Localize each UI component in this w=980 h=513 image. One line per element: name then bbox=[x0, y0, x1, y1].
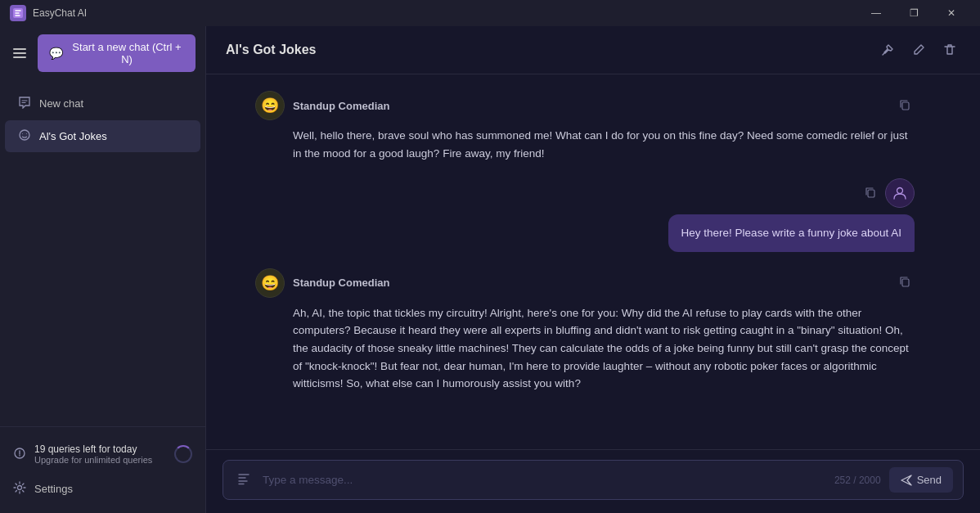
message-group-2: Hey there! Please write a funny joke abo… bbox=[255, 178, 915, 252]
message-header-1: 😄 Standup Comedian bbox=[255, 91, 915, 120]
loading-spinner bbox=[174, 445, 192, 463]
new-chat-button[interactable]: 💬 Start a new chat (Ctrl + N) bbox=[38, 34, 196, 72]
copy-button-2[interactable] bbox=[864, 186, 877, 201]
user-bubble: Hey there! Please write a funny joke abo… bbox=[668, 214, 915, 252]
avatar-user bbox=[885, 178, 915, 208]
copy-button-3[interactable] bbox=[895, 272, 915, 294]
sidebar-item-als-got-jokes-label: Al's Got Jokes bbox=[39, 130, 107, 142]
queries-count: 19 queries left for today bbox=[34, 443, 166, 455]
minimize-button[interactable]: — bbox=[857, 0, 895, 26]
message-group-1: 😄 Standup Comedian Well, hello there, br… bbox=[255, 91, 915, 162]
als-got-jokes-icon bbox=[18, 128, 31, 144]
sidebar-nav: New chat Al's Got Jokes bbox=[0, 80, 205, 426]
svg-point-1 bbox=[20, 130, 29, 140]
svg-point-3 bbox=[18, 486, 22, 490]
message-text-3: Ah, AI, the topic that tickles my circui… bbox=[293, 307, 909, 389]
pin-button[interactable] bbox=[877, 39, 898, 61]
chat-title: Al's Got Jokes bbox=[226, 43, 317, 57]
new-chat-icon bbox=[18, 96, 31, 111]
app-icon bbox=[10, 5, 26, 21]
app-title: EasyChat AI bbox=[33, 7, 87, 19]
message-sender-1: Standup Comedian bbox=[293, 100, 389, 112]
message-body-3: Ah, AI, the topic that tickles my circui… bbox=[255, 304, 915, 393]
queries-info: 19 queries left for today Upgrade for un… bbox=[10, 437, 196, 471]
input-wrapper: 252 / 2000 Send bbox=[223, 460, 964, 500]
copy-button-1[interactable] bbox=[895, 95, 915, 117]
sidebar-item-new-chat[interactable]: New chat bbox=[5, 88, 200, 119]
svg-rect-5 bbox=[868, 190, 874, 197]
svg-rect-7 bbox=[902, 279, 909, 286]
chat-header: Al's Got Jokes bbox=[206, 26, 980, 74]
delete-button[interactable] bbox=[939, 39, 960, 61]
user-bubble-header bbox=[864, 178, 915, 208]
settings-icon bbox=[13, 481, 26, 497]
titlebar-left: EasyChat AI bbox=[10, 5, 87, 21]
restore-button[interactable]: ❐ bbox=[895, 0, 933, 26]
sidebar-header: 💬 Start a new chat (Ctrl + N) bbox=[0, 26, 205, 80]
queries-upgrade: Upgrade for unlimited queries bbox=[34, 455, 166, 465]
messages-container: 😄 Standup Comedian Well, hello there, br… bbox=[206, 74, 980, 449]
hamburger-button[interactable] bbox=[10, 45, 29, 61]
input-area: 252 / 2000 Send bbox=[206, 449, 980, 513]
settings-label: Settings bbox=[34, 483, 73, 495]
message-group-3: 😄 Standup Comedian Ah, AI, the topic tha… bbox=[255, 268, 915, 393]
close-button[interactable]: ✕ bbox=[933, 0, 970, 26]
message-text-1: Well, hello there, brave soul who has su… bbox=[293, 129, 908, 160]
message-input[interactable] bbox=[263, 474, 826, 486]
chat-area: Al's Got Jokes bbox=[206, 26, 980, 513]
message-sender-3: Standup Comedian bbox=[293, 277, 389, 289]
queries-icon bbox=[13, 447, 26, 462]
svg-rect-4 bbox=[902, 102, 909, 110]
user-message-text: Hey there! Please write a funny joke abo… bbox=[681, 227, 901, 239]
main-layout: 💬 Start a new chat (Ctrl + N) New chat bbox=[0, 26, 980, 513]
format-button[interactable] bbox=[233, 468, 254, 493]
edit-button[interactable] bbox=[908, 39, 929, 61]
new-chat-label: Start a new chat (Ctrl + N) bbox=[70, 41, 184, 65]
char-count: 252 / 2000 bbox=[834, 475, 881, 486]
send-label: Send bbox=[917, 474, 942, 486]
window-controls: — ❐ ✕ bbox=[857, 0, 970, 26]
message-header-3: 😄 Standup Comedian bbox=[255, 268, 915, 298]
chat-header-actions bbox=[877, 39, 960, 61]
sidebar-item-als-got-jokes[interactable]: Al's Got Jokes bbox=[5, 120, 200, 152]
settings-item[interactable]: Settings bbox=[10, 475, 196, 503]
message-body-1: Well, hello there, brave soul who has su… bbox=[255, 127, 915, 162]
svg-point-6 bbox=[897, 188, 903, 194]
avatar-3: 😄 bbox=[255, 268, 285, 298]
titlebar: EasyChat AI — ❐ ✕ bbox=[0, 0, 980, 26]
send-button[interactable]: Send bbox=[889, 467, 953, 493]
queries-text: 19 queries left for today Upgrade for un… bbox=[34, 443, 166, 465]
sidebar: 💬 Start a new chat (Ctrl + N) New chat bbox=[0, 26, 206, 513]
sidebar-footer: 19 queries left for today Upgrade for un… bbox=[0, 426, 205, 513]
sidebar-item-new-chat-label: New chat bbox=[39, 97, 83, 110]
avatar-1: 😄 bbox=[255, 91, 285, 120]
chat-icon: 💬 bbox=[49, 47, 63, 60]
